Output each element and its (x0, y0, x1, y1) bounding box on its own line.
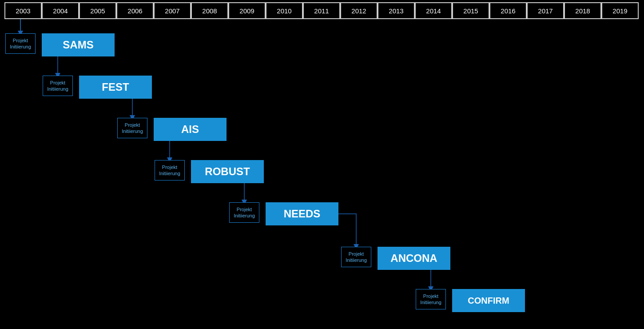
year-cell-2008: 2008 (191, 2, 228, 19)
project-box-fest[interactable]: FEST (79, 76, 152, 99)
year-cell-2015: 2015 (452, 2, 489, 19)
year-cell-2005: 2005 (79, 2, 116, 19)
init-box-confirm: ProjektInitiierung (416, 289, 446, 309)
year-header: 2003200420052006200720082009201020112012… (4, 2, 644, 19)
year-cell-2014: 2014 (415, 2, 452, 19)
year-cell-2018: 2018 (564, 2, 601, 19)
init-box-ais: ProjektInitiierung (117, 118, 147, 138)
timeline-container: 2003200420052006200720082009201020112012… (0, 0, 644, 329)
project-box-robust[interactable]: ROBUST (191, 160, 264, 183)
init-box-sams: ProjektInitiierung (5, 33, 36, 54)
year-cell-2006: 2006 (116, 2, 154, 19)
year-cell-2011: 2011 (303, 2, 340, 19)
year-cell-2013: 2013 (378, 2, 415, 19)
project-box-ancona[interactable]: ANCONA (378, 247, 450, 270)
project-box-ais[interactable]: AIS (154, 118, 227, 141)
year-cell-2009: 2009 (228, 2, 266, 19)
year-cell-2007: 2007 (154, 2, 191, 19)
project-box-sams[interactable]: SAMS (42, 33, 115, 56)
year-cell-2003: 2003 (4, 2, 42, 19)
init-box-ancona: ProjektInitiierung (341, 247, 371, 267)
init-box-fest: ProjektInitiierung (43, 76, 73, 96)
year-cell-2016: 2016 (489, 2, 527, 19)
project-box-confirm[interactable]: CONFIRM (452, 289, 525, 312)
year-cell-2017: 2017 (527, 2, 564, 19)
year-cell-2004: 2004 (42, 2, 79, 19)
init-box-robust: ProjektInitiierung (155, 160, 185, 181)
year-cell-2010: 2010 (266, 2, 303, 19)
init-box-needs: ProjektInitiierung (229, 202, 259, 223)
year-cell-2012: 2012 (340, 2, 378, 19)
project-box-needs[interactable]: NEEDS (266, 202, 338, 225)
year-cell-2019: 2019 (601, 2, 639, 19)
